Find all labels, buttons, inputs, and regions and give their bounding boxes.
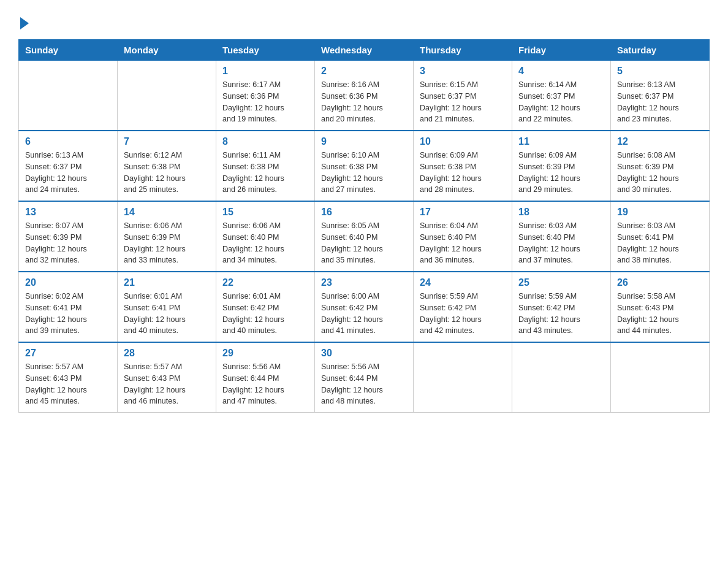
day-number: 14 [124, 207, 210, 218]
calendar-cell [19, 61, 118, 131]
calendar-week-row: 20Sunrise: 6:02 AMSunset: 6:41 PMDayligh… [19, 272, 710, 342]
calendar-cell: 6Sunrise: 6:13 AMSunset: 6:37 PMDaylight… [19, 131, 118, 201]
page-header [18, 12, 710, 29]
day-info: Sunrise: 5:59 AMSunset: 6:42 PMDaylight:… [420, 291, 506, 337]
calendar-cell: 26Sunrise: 5:58 AMSunset: 6:43 PMDayligh… [611, 272, 710, 342]
calendar-cell: 12Sunrise: 6:08 AMSunset: 6:39 PMDayligh… [611, 131, 710, 201]
calendar-cell: 15Sunrise: 6:06 AMSunset: 6:40 PMDayligh… [216, 201, 315, 272]
calendar-cell: 10Sunrise: 6:09 AMSunset: 6:38 PMDayligh… [414, 131, 512, 201]
calendar-cell: 11Sunrise: 6:09 AMSunset: 6:39 PMDayligh… [512, 131, 611, 201]
day-info: Sunrise: 6:03 AMSunset: 6:41 PMDaylight:… [617, 220, 703, 266]
day-number: 13 [25, 207, 111, 218]
calendar-cell: 18Sunrise: 6:03 AMSunset: 6:40 PMDayligh… [512, 201, 611, 272]
day-info: Sunrise: 6:06 AMSunset: 6:39 PMDaylight:… [124, 220, 210, 266]
day-info: Sunrise: 6:09 AMSunset: 6:39 PMDaylight:… [518, 150, 604, 196]
day-info: Sunrise: 5:58 AMSunset: 6:43 PMDaylight:… [617, 291, 703, 337]
day-info: Sunrise: 5:56 AMSunset: 6:44 PMDaylight:… [222, 361, 308, 407]
day-number: 16 [321, 207, 407, 218]
calendar-week-row: 13Sunrise: 6:07 AMSunset: 6:39 PMDayligh… [19, 201, 710, 272]
calendar-table: SundayMondayTuesdayWednesdayThursdayFrid… [18, 39, 710, 413]
day-info: Sunrise: 6:03 AMSunset: 6:40 PMDaylight:… [518, 220, 604, 266]
calendar-cell: 4Sunrise: 6:14 AMSunset: 6:37 PMDaylight… [512, 61, 611, 131]
logo [18, 12, 29, 29]
day-info: Sunrise: 6:02 AMSunset: 6:41 PMDaylight:… [25, 291, 111, 337]
calendar-cell: 27Sunrise: 5:57 AMSunset: 6:43 PMDayligh… [19, 342, 118, 413]
calendar-cell: 2Sunrise: 6:16 AMSunset: 6:36 PMDaylight… [315, 61, 414, 131]
day-number: 6 [25, 136, 111, 147]
day-info: Sunrise: 6:15 AMSunset: 6:37 PMDaylight:… [420, 79, 506, 125]
calendar-cell: 16Sunrise: 6:05 AMSunset: 6:40 PMDayligh… [315, 201, 414, 272]
calendar-cell: 22Sunrise: 6:01 AMSunset: 6:42 PMDayligh… [216, 272, 315, 342]
calendar-cell: 29Sunrise: 5:56 AMSunset: 6:44 PMDayligh… [216, 342, 315, 413]
day-info: Sunrise: 6:01 AMSunset: 6:41 PMDaylight:… [124, 291, 210, 337]
calendar-cell: 8Sunrise: 6:11 AMSunset: 6:38 PMDaylight… [216, 131, 315, 201]
calendar-cell: 7Sunrise: 6:12 AMSunset: 6:38 PMDaylight… [118, 131, 216, 201]
day-number: 10 [420, 136, 506, 147]
calendar-cell [512, 342, 611, 413]
day-number: 18 [518, 207, 604, 218]
day-number: 12 [617, 136, 703, 147]
calendar-cell: 14Sunrise: 6:06 AMSunset: 6:39 PMDayligh… [118, 201, 216, 272]
day-number: 8 [222, 136, 308, 147]
day-info: Sunrise: 6:13 AMSunset: 6:37 PMDaylight:… [25, 150, 111, 196]
calendar-cell: 24Sunrise: 5:59 AMSunset: 6:42 PMDayligh… [414, 272, 512, 342]
day-info: Sunrise: 6:16 AMSunset: 6:36 PMDaylight:… [321, 79, 407, 125]
day-number: 27 [25, 348, 111, 359]
day-number: 24 [420, 277, 506, 288]
calendar-cell: 25Sunrise: 5:59 AMSunset: 6:42 PMDayligh… [512, 272, 611, 342]
calendar-week-row: 1Sunrise: 6:17 AMSunset: 6:36 PMDaylight… [19, 61, 710, 131]
calendar-cell: 20Sunrise: 6:02 AMSunset: 6:41 PMDayligh… [19, 272, 118, 342]
day-info: Sunrise: 6:12 AMSunset: 6:38 PMDaylight:… [124, 150, 210, 196]
day-number: 19 [617, 207, 703, 218]
day-info: Sunrise: 5:59 AMSunset: 6:42 PMDaylight:… [518, 291, 604, 337]
calendar-cell [118, 61, 216, 131]
day-number: 2 [321, 66, 407, 77]
calendar-cell: 23Sunrise: 6:00 AMSunset: 6:42 PMDayligh… [315, 272, 414, 342]
calendar-cell: 5Sunrise: 6:13 AMSunset: 6:37 PMDaylight… [611, 61, 710, 131]
calendar-cell: 30Sunrise: 5:56 AMSunset: 6:44 PMDayligh… [315, 342, 414, 413]
day-number: 30 [321, 348, 407, 359]
calendar-day-header: Sunday [19, 40, 118, 61]
calendar-day-header: Friday [512, 40, 611, 61]
calendar-cell [414, 342, 512, 413]
calendar-day-header: Tuesday [216, 40, 315, 61]
calendar-cell: 3Sunrise: 6:15 AMSunset: 6:37 PMDaylight… [414, 61, 512, 131]
day-number: 5 [617, 66, 703, 77]
day-number: 20 [25, 277, 111, 288]
day-number: 23 [321, 277, 407, 288]
day-info: Sunrise: 6:07 AMSunset: 6:39 PMDaylight:… [25, 220, 111, 266]
calendar-week-row: 27Sunrise: 5:57 AMSunset: 6:43 PMDayligh… [19, 342, 710, 413]
day-info: Sunrise: 5:56 AMSunset: 6:44 PMDaylight:… [321, 361, 407, 407]
day-number: 9 [321, 136, 407, 147]
calendar-cell [611, 342, 710, 413]
day-number: 28 [124, 348, 210, 359]
calendar-day-header: Saturday [611, 40, 710, 61]
day-info: Sunrise: 6:00 AMSunset: 6:42 PMDaylight:… [321, 291, 407, 337]
day-info: Sunrise: 6:10 AMSunset: 6:38 PMDaylight:… [321, 150, 407, 196]
calendar-day-header: Thursday [414, 40, 512, 61]
calendar-cell: 17Sunrise: 6:04 AMSunset: 6:40 PMDayligh… [414, 201, 512, 272]
day-info: Sunrise: 6:04 AMSunset: 6:40 PMDaylight:… [420, 220, 506, 266]
day-number: 3 [420, 66, 506, 77]
day-info: Sunrise: 6:09 AMSunset: 6:38 PMDaylight:… [420, 150, 506, 196]
day-number: 25 [518, 277, 604, 288]
logo-triangle-icon [20, 17, 29, 29]
day-number: 1 [222, 66, 308, 77]
day-info: Sunrise: 5:57 AMSunset: 6:43 PMDaylight:… [25, 361, 111, 407]
day-number: 21 [124, 277, 210, 288]
calendar-header-row: SundayMondayTuesdayWednesdayThursdayFrid… [19, 40, 710, 61]
day-info: Sunrise: 6:08 AMSunset: 6:39 PMDaylight:… [617, 150, 703, 196]
calendar-cell: 21Sunrise: 6:01 AMSunset: 6:41 PMDayligh… [118, 272, 216, 342]
calendar-cell: 9Sunrise: 6:10 AMSunset: 6:38 PMDaylight… [315, 131, 414, 201]
day-number: 17 [420, 207, 506, 218]
calendar-week-row: 6Sunrise: 6:13 AMSunset: 6:37 PMDaylight… [19, 131, 710, 201]
day-info: Sunrise: 6:14 AMSunset: 6:37 PMDaylight:… [518, 79, 604, 125]
calendar-cell: 1Sunrise: 6:17 AMSunset: 6:36 PMDaylight… [216, 61, 315, 131]
day-number: 7 [124, 136, 210, 147]
calendar-cell: 28Sunrise: 5:57 AMSunset: 6:43 PMDayligh… [118, 342, 216, 413]
day-info: Sunrise: 5:57 AMSunset: 6:43 PMDaylight:… [124, 361, 210, 407]
calendar-cell: 13Sunrise: 6:07 AMSunset: 6:39 PMDayligh… [19, 201, 118, 272]
day-number: 22 [222, 277, 308, 288]
day-info: Sunrise: 6:11 AMSunset: 6:38 PMDaylight:… [222, 150, 308, 196]
day-number: 15 [222, 207, 308, 218]
